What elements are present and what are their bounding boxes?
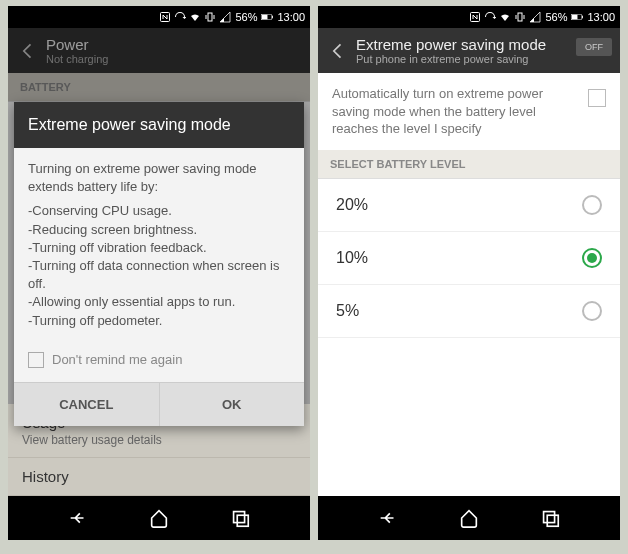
history-item[interactable]: History [8,458,310,496]
back-nav-icon[interactable] [67,507,89,529]
eps-header[interactable]: Extreme power saving mode Put phone in e… [318,28,620,73]
battery-level-radio[interactable] [582,301,602,321]
dialog-bullet: Turning off data connection when screen … [28,257,290,293]
clock: 13:00 [587,11,615,23]
eps-toggle[interactable]: OFF [576,38,612,56]
dialog-bullet: Conserving CPU usage. [28,202,290,220]
dialog-bullet: Turning off vibration feedback. [28,239,290,257]
signal-icon [529,11,541,23]
battery-pct: 56% [235,11,257,23]
vibrate-icon [514,11,526,23]
wifi-icon [499,11,511,23]
dialog-title: Extreme power saving mode [14,102,304,148]
home-nav-icon[interactable] [148,507,170,529]
battery-level-label: 10% [336,249,368,267]
svg-rect-3 [262,15,268,20]
battery-level-row[interactable]: 10% [318,232,620,285]
auto-enable-row[interactable]: Automatically turn on extreme power savi… [318,73,620,150]
battery-level-row[interactable]: 5% [318,285,620,338]
cancel-button[interactable]: CANCEL [14,383,160,426]
svg-rect-4 [273,16,274,19]
ok-button[interactable]: OK [160,383,305,426]
battery-level-radio[interactable] [582,248,602,268]
battery-icon [571,11,583,23]
nav-bar [8,496,310,540]
nfc-icon [159,11,171,23]
battery-level-label: 5% [336,302,359,320]
battery-level-label: 20% [336,196,368,214]
power-saving-dialog: Extreme power saving mode Turning on ext… [14,102,304,426]
nav-bar [318,496,620,540]
dialog-bullet: Allowing only essential apps to run. [28,293,290,311]
battery-pct: 56% [545,11,567,23]
back-icon[interactable] [328,41,348,61]
battery-level-row[interactable]: 20% [318,179,620,232]
signal-icon [219,11,231,23]
svg-rect-13 [547,515,558,526]
svg-rect-12 [544,512,555,523]
home-nav-icon[interactable] [458,507,480,529]
status-bar: 56% 13:00 [318,6,620,28]
clock: 13:00 [277,11,305,23]
auto-enable-checkbox[interactable] [588,89,606,107]
status-bar: 56% 13:00 [8,6,310,28]
header-title: Extreme power saving mode [356,36,610,53]
dialog-bullet: Reducing screen brightness. [28,221,290,239]
header-subtitle: Put phone in extreme power saving [356,53,610,65]
svg-rect-6 [237,515,248,526]
dont-remind-checkbox[interactable] [28,352,44,368]
dialog-body: Turning on extreme power saving mode ext… [14,148,304,342]
sync-icon [484,11,496,23]
svg-rect-5 [234,512,245,523]
dialog-bullet: Turning off pedometer. [28,312,290,330]
sync-icon [174,11,186,23]
back-nav-icon[interactable] [377,507,399,529]
select-level-header: SELECT BATTERY LEVEL [318,150,620,179]
svg-rect-1 [208,13,212,21]
battery-level-radio[interactable] [582,195,602,215]
auto-enable-text: Automatically turn on extreme power savi… [332,85,578,138]
svg-rect-8 [518,13,522,21]
nfc-icon [469,11,481,23]
dialog-intro: Turning on extreme power saving mode ext… [28,160,290,196]
dont-remind-row[interactable]: Don't remind me again [14,342,304,382]
vibrate-icon [204,11,216,23]
battery-icon [261,11,273,23]
dont-remind-label: Don't remind me again [52,352,182,367]
svg-rect-11 [583,16,584,19]
svg-rect-10 [572,15,578,20]
wifi-icon [189,11,201,23]
recent-nav-icon[interactable] [539,507,561,529]
recent-nav-icon[interactable] [229,507,251,529]
